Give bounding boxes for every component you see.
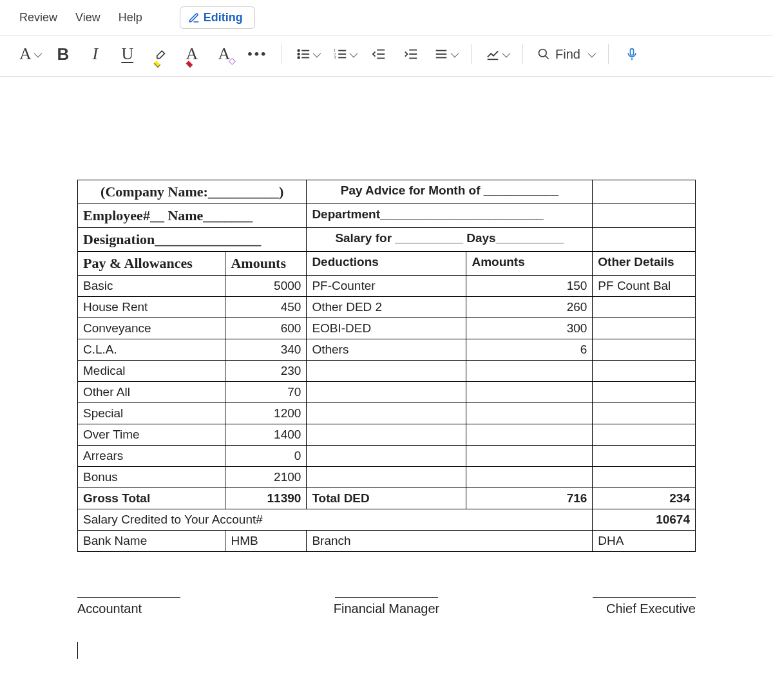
highlight-button[interactable] [151, 44, 169, 64]
highlighter-icon [153, 48, 166, 61]
blank-cell [593, 297, 696, 318]
find-button[interactable]: Find [537, 47, 594, 62]
paragraph-spacing-button[interactable] [434, 44, 457, 64]
salary-credited-row: Salary Credited to Your Account# 10674 [78, 509, 696, 531]
signature-accountant: Accountant [77, 597, 283, 616]
microphone-icon [625, 46, 638, 62]
styles-button[interactable] [486, 44, 508, 64]
menu-help[interactable]: Help [119, 11, 142, 24]
editing-mode-dropdown[interactable]: Editing [180, 6, 255, 29]
allow-amount: 1200 [225, 403, 307, 424]
allow-amount: 600 [225, 318, 307, 339]
font-color-button[interactable]: A [183, 44, 201, 64]
styles-icon [486, 47, 500, 61]
bold-button[interactable]: B [54, 44, 72, 64]
allow-label: Arrears [78, 446, 225, 467]
hdr-pay-allow: Pay & Allowances [78, 252, 225, 276]
font-size-button[interactable]: A [19, 44, 40, 64]
blank-cell [593, 339, 696, 361]
bulleted-list-button[interactable] [296, 44, 319, 64]
clear-formatting-button[interactable]: A◇ [215, 44, 233, 64]
ded-label: EOBI-DED [307, 318, 466, 339]
ded-amount: 300 [466, 318, 593, 339]
svg-point-2 [298, 57, 300, 59]
svg-text:3: 3 [334, 55, 336, 59]
pay-advice-table: (Company Name:__________) Pay Advice for… [77, 180, 696, 552]
allow-label: Basic [78, 276, 225, 297]
allow-label: Over Time [78, 424, 225, 446]
blank-cell [466, 403, 593, 424]
blank-cell [307, 382, 466, 403]
menu-review[interactable]: Review [19, 11, 57, 24]
blank-cell [593, 204, 696, 228]
pay-advice-cell: Pay Advice for Month of ___________ [307, 180, 593, 204]
increase-indent-button[interactable] [402, 44, 420, 64]
signature-label: Chief Executive [606, 601, 696, 616]
ded-label: Other DED 2 [307, 297, 466, 318]
signature-financial-manager: Financial Manager [283, 597, 490, 616]
separator [522, 44, 523, 64]
numbered-list-button[interactable]: 123 [333, 44, 356, 64]
svg-rect-23 [630, 49, 633, 55]
allow-amount: 5000 [225, 276, 307, 297]
blank-cell [307, 361, 466, 382]
total-ded-amount: 716 [466, 488, 593, 509]
separator [282, 44, 282, 64]
allow-amount: 1400 [225, 424, 307, 446]
signature-line [593, 597, 696, 598]
blank-cell [593, 361, 696, 382]
signatures-row: Accountant Financial Manager Chief Execu… [77, 597, 696, 616]
signature-label: Financial Manager [334, 601, 440, 616]
designation-cell: Designation_______________ [78, 228, 307, 252]
separator [471, 44, 472, 64]
outdent-icon [372, 47, 386, 61]
signature-label: Accountant [77, 601, 142, 616]
blank-cell [466, 382, 593, 403]
search-icon [537, 48, 550, 61]
bank-name-value: HMB [225, 531, 307, 552]
table-row: House Rent 450 Other DED 2 260 [78, 297, 696, 318]
ded-amount: 150 [466, 276, 593, 297]
total-ded-label: Total DED [307, 488, 466, 509]
hdr-amounts2: Amounts [466, 252, 593, 276]
menu-view[interactable]: View [75, 11, 100, 24]
document-canvas[interactable]: (Company Name:__________) Pay Advice for… [0, 77, 773, 697]
page[interactable]: (Company Name:__________) Pay Advice for… [0, 77, 773, 697]
signature-line [335, 597, 438, 598]
underline-button[interactable]: U [119, 44, 137, 64]
indent-icon [404, 47, 418, 61]
blank-cell [593, 318, 696, 339]
branch-label: Branch [307, 531, 593, 552]
allow-label: Conveyance [78, 318, 225, 339]
blank-cell [593, 228, 696, 252]
signature-chief-executive: Chief Executive [490, 597, 696, 616]
gross-total-label: Gross Total [78, 488, 225, 509]
blank-cell [466, 446, 593, 467]
bank-name-label: Bank Name [78, 531, 225, 552]
italic-button[interactable]: I [86, 44, 104, 64]
allow-amount: 2100 [225, 467, 307, 488]
ded-amount: 260 [466, 297, 593, 318]
table-row: Arrears 0 [78, 446, 696, 467]
allow-label: Bonus [78, 467, 225, 488]
more-formatting-button[interactable]: ••• [247, 44, 267, 64]
numbering-icon: 123 [333, 47, 347, 61]
blank-cell [466, 467, 593, 488]
decrease-indent-button[interactable] [370, 44, 388, 64]
blank-cell [466, 361, 593, 382]
separator [608, 44, 609, 64]
svg-point-0 [298, 50, 300, 52]
ded-amount: 6 [466, 339, 593, 361]
dictate-button[interactable] [623, 44, 641, 64]
totals-row: Gross Total 11390 Total DED 716 234 [78, 488, 696, 509]
hdr-deductions: Deductions [307, 252, 466, 276]
allow-label: C.L.A. [78, 339, 225, 361]
spacing-icon [434, 47, 448, 61]
blank-cell [307, 467, 466, 488]
table-row: Conveyance 600 EOBI-DED 300 [78, 318, 696, 339]
editing-mode-label: Editing [204, 11, 243, 24]
blank-cell [593, 180, 696, 204]
svg-line-22 [546, 56, 549, 59]
hdr-other-details: Other Details [593, 252, 696, 276]
branch-value: DHA [593, 531, 696, 552]
